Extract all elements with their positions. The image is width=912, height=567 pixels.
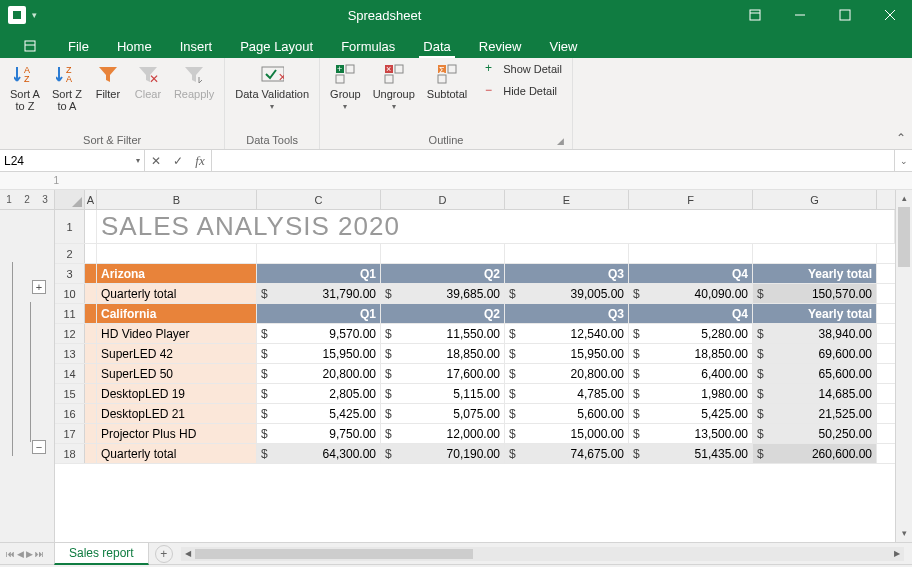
col-header-D[interactable]: D bbox=[381, 190, 505, 209]
cell[interactable] bbox=[97, 244, 257, 263]
cell[interactable]: Yearly total bbox=[753, 304, 877, 323]
cell[interactable]: $260,600.00 bbox=[753, 444, 877, 463]
cell[interactable]: $1,980.00 bbox=[629, 384, 753, 403]
cell[interactable]: $20,800.00 bbox=[505, 364, 629, 383]
cell[interactable]: $15,950.00 bbox=[257, 344, 381, 363]
sheet-last-icon[interactable]: ⏭ bbox=[35, 549, 44, 559]
outline-level-1[interactable]: 1 bbox=[0, 190, 18, 209]
cell[interactable] bbox=[85, 384, 97, 403]
cell[interactable]: $15,950.00 bbox=[505, 344, 629, 363]
cell[interactable]: $31,790.00 bbox=[257, 284, 381, 303]
cell[interactable] bbox=[85, 304, 97, 323]
cell[interactable] bbox=[85, 444, 97, 463]
scroll-up-icon[interactable]: ▴ bbox=[896, 190, 912, 207]
row-header-2[interactable]: 2 bbox=[55, 244, 85, 263]
sheet-first-icon[interactable]: ⏮ bbox=[6, 549, 15, 559]
cell[interactable]: $40,090.00 bbox=[629, 284, 753, 303]
cell[interactable]: Yearly total bbox=[753, 264, 877, 283]
cell[interactable]: $50,250.00 bbox=[753, 424, 877, 443]
cell[interactable]: HD Video Player bbox=[97, 324, 257, 343]
cell[interactable] bbox=[257, 244, 381, 263]
cell[interactable]: Q2 bbox=[381, 264, 505, 283]
cell[interactable]: DesktopLED 19 bbox=[97, 384, 257, 403]
cell[interactable]: $2,805.00 bbox=[257, 384, 381, 403]
validation-button[interactable]: ✕Data Validation▾ bbox=[231, 60, 313, 113]
name-box[interactable]: L24 ▾ bbox=[0, 150, 145, 171]
cell[interactable]: $74,675.00 bbox=[505, 444, 629, 463]
show-detail-button[interactable]: +Show Detail bbox=[481, 60, 566, 78]
cell[interactable]: Q1 bbox=[257, 304, 381, 323]
cell[interactable]: $18,850.00 bbox=[381, 344, 505, 363]
row-header-13[interactable]: 13 bbox=[55, 344, 85, 363]
cell[interactable]: Q4 bbox=[629, 264, 753, 283]
cell[interactable]: Quarterly total bbox=[97, 284, 257, 303]
cell[interactable] bbox=[85, 210, 97, 243]
row-header-15[interactable]: 15 bbox=[55, 384, 85, 403]
col-header-B[interactable]: B bbox=[97, 190, 257, 209]
cell[interactable]: $5,600.00 bbox=[505, 404, 629, 423]
menu-tab-page-layout[interactable]: Page Layout bbox=[226, 35, 327, 58]
expand-formula-bar-icon[interactable]: ⌄ bbox=[894, 150, 912, 171]
hscroll-thumb[interactable] bbox=[195, 549, 473, 559]
filter-button[interactable]: Filter bbox=[90, 60, 126, 102]
cell[interactable]: $12,000.00 bbox=[381, 424, 505, 443]
cell[interactable]: Q3 bbox=[505, 304, 629, 323]
cell[interactable]: $70,190.00 bbox=[381, 444, 505, 463]
menu-tab-file[interactable]: File bbox=[54, 35, 103, 58]
cancel-formula-icon[interactable]: ✕ bbox=[145, 154, 167, 168]
cell[interactable]: $18,850.00 bbox=[629, 344, 753, 363]
cell[interactable] bbox=[629, 244, 753, 263]
row-header-17[interactable]: 17 bbox=[55, 424, 85, 443]
cell[interactable]: $15,000.00 bbox=[505, 424, 629, 443]
menu-tab-formulas[interactable]: Formulas bbox=[327, 35, 409, 58]
cell[interactable]: Q1 bbox=[257, 264, 381, 283]
hscroll-right-icon[interactable]: ▶ bbox=[890, 549, 904, 558]
cell[interactable] bbox=[505, 244, 629, 263]
row-header-16[interactable]: 16 bbox=[55, 404, 85, 423]
cell[interactable]: SALES ANALYSIS 2020 bbox=[97, 210, 895, 243]
menu-tab-data[interactable]: Data bbox=[409, 35, 464, 58]
scroll-thumb[interactable] bbox=[898, 207, 910, 267]
menu-tab-view[interactable]: View bbox=[535, 35, 591, 58]
horizontal-scrollbar[interactable]: ◀ ▶ bbox=[181, 547, 904, 561]
col-header-G[interactable]: G bbox=[753, 190, 877, 209]
scroll-down-icon[interactable]: ▾ bbox=[896, 525, 912, 542]
cell[interactable]: $9,750.00 bbox=[257, 424, 381, 443]
maximize-button[interactable] bbox=[822, 0, 867, 30]
cell[interactable]: $51,435.00 bbox=[629, 444, 753, 463]
add-sheet-button[interactable]: + bbox=[155, 545, 173, 563]
cell[interactable]: $12,540.00 bbox=[505, 324, 629, 343]
cell[interactable]: $14,685.00 bbox=[753, 384, 877, 403]
outline-level-2[interactable]: 2 bbox=[18, 190, 36, 209]
cell[interactable] bbox=[753, 244, 877, 263]
cell[interactable]: Arizona bbox=[97, 264, 257, 283]
row-header-10[interactable]: 10 bbox=[55, 284, 85, 303]
cell[interactable]: $5,425.00 bbox=[629, 404, 753, 423]
cell[interactable]: $5,075.00 bbox=[381, 404, 505, 423]
row-header-18[interactable]: 18 bbox=[55, 444, 85, 463]
cell[interactable]: $17,600.00 bbox=[381, 364, 505, 383]
cell[interactable]: $5,115.00 bbox=[381, 384, 505, 403]
hscroll-left-icon[interactable]: ◀ bbox=[181, 549, 195, 558]
cell[interactable] bbox=[85, 344, 97, 363]
select-all-corner[interactable] bbox=[55, 190, 85, 209]
sort-za-button[interactable]: ZASort Z to A bbox=[48, 60, 86, 114]
col-header-E[interactable]: E bbox=[505, 190, 629, 209]
formula-input[interactable] bbox=[212, 150, 894, 171]
col-header-C[interactable]: C bbox=[257, 190, 381, 209]
cell[interactable] bbox=[85, 244, 97, 263]
cell[interactable]: $65,600.00 bbox=[753, 364, 877, 383]
cell[interactable] bbox=[85, 404, 97, 423]
cell[interactable]: $13,500.00 bbox=[629, 424, 753, 443]
cell[interactable] bbox=[85, 364, 97, 383]
group-button[interactable]: +Group▾ bbox=[326, 60, 365, 113]
cell[interactable]: $39,685.00 bbox=[381, 284, 505, 303]
row-header-3[interactable]: 3 bbox=[55, 264, 85, 283]
vertical-scrollbar[interactable]: ▴ ▾ bbox=[895, 190, 912, 542]
outline-toggle[interactable]: + bbox=[32, 280, 46, 294]
cell[interactable] bbox=[85, 424, 97, 443]
grid-rows[interactable]: 1SALES ANALYSIS 202023ArizonaQ1Q2Q3Q4Yea… bbox=[55, 210, 895, 542]
cell[interactable]: $5,280.00 bbox=[629, 324, 753, 343]
close-button[interactable] bbox=[867, 0, 912, 30]
cell[interactable]: DesktopLED 21 bbox=[97, 404, 257, 423]
